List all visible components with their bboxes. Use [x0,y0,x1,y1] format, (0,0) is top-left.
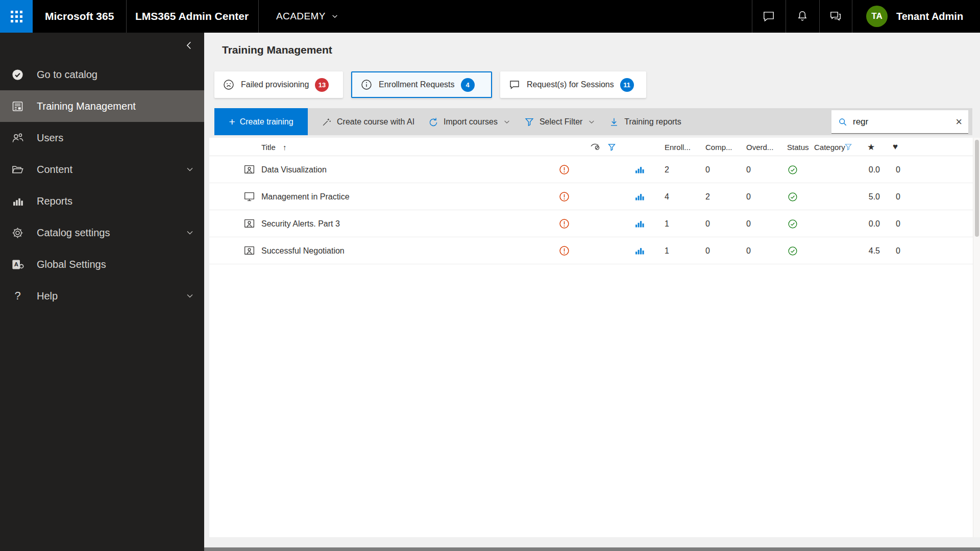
completed-count: 0 [705,156,710,183]
table-row[interactable]: Security Alerts. Part 3 1 0 0 0.0 0 [209,210,973,237]
sidebar-item-training-management[interactable]: Training Management [0,90,204,122]
column-header-completed[interactable]: Comp... [705,138,732,156]
folder-icon [11,163,24,177]
tab-label: Request(s) for Sessions [527,80,614,89]
page-title: Training Management [222,44,332,56]
tab-count-badge: 11 [620,78,634,92]
sidebar-item-catalog-settings[interactable]: Catalog settings [0,217,204,248]
completed-count: 2 [705,183,710,210]
status-ok-icon [787,237,798,264]
table-row[interactable]: Management in Practice 4 2 0 5.0 0 [209,183,973,210]
sidebar-item-help[interactable]: ? Help [0,280,204,312]
topbar-divider [819,0,820,33]
elearning-monitor-icon [243,183,256,210]
overdue-count: 0 [746,183,751,210]
user-avatar[interactable]: TA [866,6,888,27]
sidebar-collapse-button[interactable] [182,38,197,53]
select-filter-button[interactable]: Select Filter [524,116,595,128]
category-filter-funnel-icon[interactable] [844,138,853,156]
column-header-category[interactable]: Category [814,138,845,156]
tenant-switcher[interactable]: ACADEMY [276,0,338,33]
command-bar: + Create training Create course with AI … [214,108,972,135]
chevron-down-icon[interactable] [186,229,194,237]
notifications-bell-icon[interactable] [792,6,813,27]
instructor-led-training-icon [243,210,256,237]
create-course-with-ai-button[interactable]: Create course with AI [321,116,414,128]
sort-ascending-icon[interactable]: ↑ [283,138,287,156]
tab-label: Enrollment Requests [379,80,455,89]
document-icon [11,99,24,113]
training-title-link[interactable]: Security Alerts. Part 3 [261,210,340,237]
visibility-off-icon[interactable] [589,138,601,156]
alert-icon[interactable] [558,237,570,264]
statistics-chart-icon[interactable] [634,183,645,210]
feedback-icon[interactable] [825,6,846,27]
sidebar-item-reports[interactable]: Reports [0,185,204,217]
sad-face-icon [223,79,235,91]
training-title-link[interactable]: Successful Negotiation [261,237,345,264]
rating-value: 0.0 [863,156,880,183]
import-courses-button[interactable]: Import courses [428,116,510,128]
topbar-divider [752,0,752,33]
training-title-link[interactable]: Management in Practice [261,183,350,210]
column-header-overdue[interactable]: Overd... [746,138,773,156]
column-header-status[interactable]: Status [787,138,809,156]
sidebar-item-label: Catalog settings [37,227,110,239]
close-icon[interactable]: × [955,116,962,128]
search-input[interactable] [853,117,950,127]
tenant-name: ACADEMY [276,11,326,22]
tab-requests-for-sessions[interactable]: Request(s) for Sessions 11 [500,71,646,98]
overdue-count: 0 [746,237,751,264]
sidebar-item-global-settings[interactable]: A Global Settings [0,248,204,280]
training-title-link[interactable]: Data Visualization [261,156,327,183]
vertical-scrollbar[interactable] [973,138,980,537]
table-row[interactable]: Data Visualization 2 0 0 0.0 0 [209,156,973,183]
tab-failed-provisioning[interactable]: Failed provisioning 13 [214,71,343,98]
chat-icon[interactable] [758,6,779,27]
waffle-grid [11,11,22,22]
tab-count-badge: 13 [315,78,329,92]
app-launcher-icon[interactable] [0,0,33,33]
table-row[interactable]: Successful Negotiation 1 0 0 4.5 0 [209,237,973,264]
filter-funnel-icon [524,116,535,128]
alert-icon[interactable] [558,210,570,237]
completed-count: 0 [705,237,710,264]
likes-count: 0 [896,237,900,264]
rating-star-icon[interactable]: ★ [867,138,875,156]
sidebar-item-content[interactable]: Content [0,154,204,185]
enrolled-count: 1 [665,237,669,264]
chevron-down-icon[interactable] [186,165,194,173]
sidebar-item-users[interactable]: Users [0,122,204,154]
enrolled-count: 1 [665,210,669,237]
sidebar-item-label: Users [37,132,63,144]
topbar-divider [786,0,786,33]
likes-heart-icon[interactable]: ♥ [893,138,898,156]
scrollbar-thumb[interactable] [975,140,979,237]
column-header-title[interactable]: Title [261,138,276,156]
completed-count: 0 [705,210,710,237]
horizontal-scrollbar[interactable] [204,547,980,551]
user-name: Tenant Admin [896,0,963,33]
filter-funnel-icon[interactable] [607,138,617,156]
check-circle-icon [11,68,24,82]
sidebar: Go to catalog Training Management Users … [0,33,204,551]
likes-count: 0 [896,156,900,183]
alert-icon[interactable] [558,156,570,183]
topbar-divider [126,0,127,33]
brand-microsoft365[interactable]: Microsoft 365 [45,0,114,33]
chevron-down-icon[interactable] [186,292,194,300]
training-reports-button[interactable]: Training reports [608,116,681,128]
tab-enrollment-requests[interactable]: Enrollment Requests 4 [351,71,492,98]
info-icon [360,79,373,91]
topbar-divider [258,0,259,33]
statistics-chart-icon[interactable] [634,210,645,237]
app-title[interactable]: LMS365 Admin Center [135,0,249,33]
column-header-enrolled[interactable]: Enroll... [665,138,691,156]
statistics-chart-icon[interactable] [634,237,645,264]
sidebar-item-go-to-catalog[interactable]: Go to catalog [0,59,204,90]
create-training-button[interactable]: + Create training [214,108,308,135]
chevron-down-icon [588,118,595,126]
alert-icon[interactable] [558,183,570,210]
chevron-down-icon [331,13,338,20]
statistics-chart-icon[interactable] [634,156,645,183]
